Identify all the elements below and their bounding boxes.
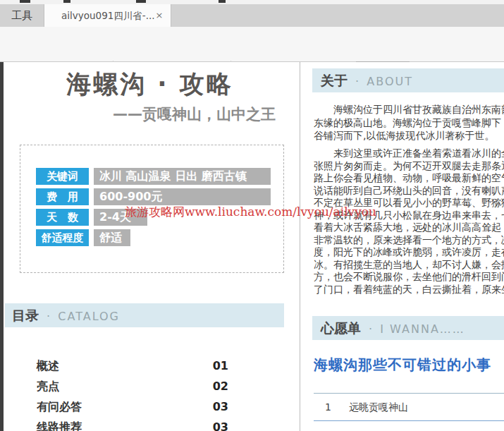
info-value: 冰川 高山温泉 日出 磨西古镇 — [94, 168, 271, 185]
info-row-keywords: 关键词 冰川 高山温泉 日出 磨西古镇 — [36, 168, 283, 185]
menubar-fragment — [20, 0, 30, 3]
page-subtitle: ——贡嘎神山，山中之王 — [4, 104, 276, 124]
catalog-item: 亮点 02 — [37, 380, 228, 400]
text-line: 非常温软的，原来选择看一个地方的方式，决定了你 — [314, 234, 504, 247]
watermark-text: 旅游攻略网www.liuchaw.com/lvyou/ailvyou — [125, 204, 376, 220]
info-label: 舒适程度 — [36, 229, 89, 246]
catalog-list: 概述 01 亮点 02 有问必答 03 线路推荐 03 — [37, 359, 228, 431]
catalog-item-page: 03 — [213, 400, 228, 420]
document-canvas[interactable]: 海螺沟 · 攻略 ——贡嘎神山，山中之王 关键词 冰川 高山温泉 日出 磨西古镇… — [0, 62, 504, 431]
catalog-item: 概述 01 — [37, 359, 228, 380]
toolbar: /14 96.1% — [0, 27, 504, 62]
dot-separator: · — [47, 310, 50, 323]
text-line: 了门口，看着纯蓝的天，白云撕扯着，原来生活还可 — [314, 284, 504, 296]
info-label: 费 用 — [36, 188, 89, 205]
info-value: 舒适 — [94, 229, 130, 246]
catalog-item-page: 03 — [213, 420, 228, 431]
catalog-item-page: 02 — [213, 380, 228, 400]
catalog-item-label: 概述 — [37, 359, 59, 380]
wishlist-row: 2 泡高山温泉 — [314, 421, 504, 431]
text-line: 方，也会不断说服你，去坐他们的滑杆回到门口，这 — [314, 271, 504, 284]
text-line: 路上你会看见植物、动物，呼吸最新鲜的空气，踩在 — [314, 172, 504, 185]
tab-bar: 工具 ailvyou091四川省-... × — [0, 4, 504, 27]
text-line: 看着大冰舌紧舔大地，远处的冰川高高耸起，闻着冰 — [314, 221, 504, 234]
info-row-comfort: 舒适程度 舒适 — [36, 229, 283, 246]
catalog-item: 线路推荐 03 — [37, 420, 228, 431]
about-title-cn: 关于 — [321, 73, 348, 88]
menubar-fragment — [136, 0, 146, 3]
about-paragraph-2: 来到这里或许正准备坐着索道看冰川的全貌，拍张照片匆匆而走。为何不迈开双腿去走那条… — [314, 147, 504, 296]
tab-document[interactable]: ailvyou091四川省-... × — [44, 4, 171, 27]
wishlist-row: 1 远眺贡嘎神山 — [314, 394, 504, 421]
text-line: 来到这里或许正准备坐着索道看冰川的全貌，拍 — [314, 147, 504, 160]
page-title: 海螺沟 · 攻略 — [4, 68, 296, 101]
text-line: 海螺沟位于四川省甘孜藏族自治州东南部，贡嘎 — [314, 103, 504, 116]
catalog-item: 有问必答 03 — [37, 400, 228, 420]
about-paragraph-1: 海螺沟位于四川省甘孜藏族自治州东南部，贡嘎东缘的极高山地。海螺沟位于贡嘎雪峰脚下… — [314, 103, 504, 142]
about-title-en: ABOUT — [367, 75, 413, 88]
catalog-title-en: CATALOG — [58, 310, 120, 323]
menubar-fragment — [63, 0, 70, 3]
text-line: 度，阳光下的冰峰或许脆弱，或许凌厉，走在冰川上 — [314, 246, 504, 259]
wishlist-table: 1 远眺贡嘎神山 2 泡高山温泉 — [314, 393, 504, 431]
pdf-viewer-window: 工具 ailvyou091四川省-... × /14 — [0, 0, 504, 431]
info-value: 600-900元 — [94, 188, 271, 205]
info-row-cost: 费 用 600-900元 — [36, 188, 283, 205]
menubar-fragment — [219, 0, 226, 3]
close-icon[interactable]: × — [154, 10, 165, 21]
document-tab-title: ailvyou091四川省-... — [61, 4, 155, 27]
wishlist-item-number: 1 — [325, 401, 333, 414]
column-divider — [300, 62, 300, 431]
catalog-item-label: 亮点 — [37, 380, 59, 400]
text-line: 张照片匆匆而走。为何不迈开双腿去走那条通向冰川 — [314, 160, 504, 173]
catalog-item-page: 01 — [213, 359, 228, 380]
text-line: 冰。有招揽生意的当地人，却不讨人嫌，会搀扶你走 — [314, 259, 504, 272]
dot-separator: · — [369, 322, 372, 336]
catalog-section-header: 目录 · CATALOG — [5, 303, 284, 327]
wishlist-section-header: 心愿单 · I WANNA…… — [312, 316, 504, 340]
wishlist-item-label: 远眺贡嘎神山 — [349, 401, 408, 414]
dot-separator: · — [355, 75, 359, 88]
wishlist-heading: 海螺沟那些不可错过的小事 — [314, 356, 491, 375]
catalog-item-label: 线路推荐 — [37, 420, 82, 431]
text-line: 说话能听到自己环绕山头的回音，没有喇叭声，没有 — [314, 185, 504, 198]
wishlist-title-en: I WANNA…… — [380, 322, 465, 336]
text-line: 谷铺泻而下,以低海拔现代冰川著称于世。 — [314, 129, 504, 142]
info-label: 关键词 — [36, 168, 89, 185]
catalog-title-cn: 目录 — [12, 308, 39, 323]
tab-tools[interactable]: 工具 — [6, 4, 38, 27]
catalog-item-label: 有问必答 — [37, 400, 82, 420]
info-label: 天 数 — [36, 209, 89, 226]
wishlist-title-cn: 心愿单 — [321, 320, 361, 336]
pdf-page: 海螺沟 · 攻略 ——贡嘎神山，山中之王 关键词 冰川 高山温泉 日出 磨西古镇… — [4, 62, 504, 431]
about-section-header: 关于 · ABOUT — [312, 68, 504, 92]
text-line: 东缘的极高山地。海螺沟位于贡嘎雪峰脚下，晶莹的 — [314, 116, 504, 130]
